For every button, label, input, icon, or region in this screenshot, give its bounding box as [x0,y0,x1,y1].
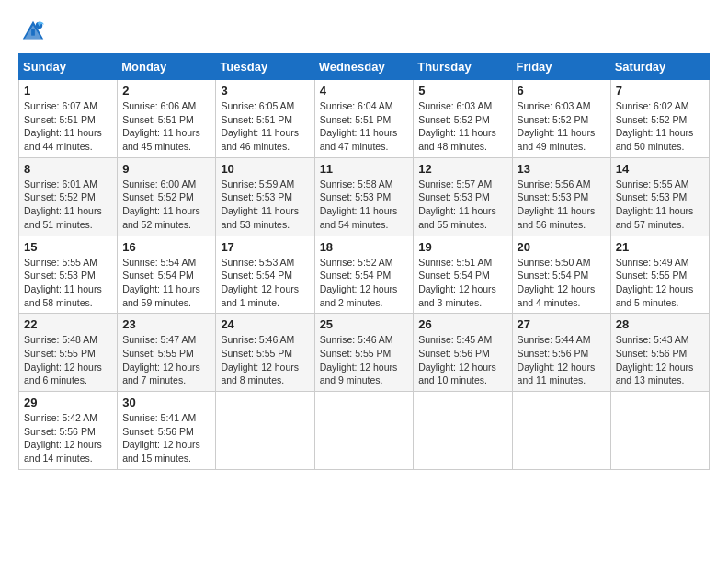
column-header-sunday: Sunday [19,54,118,80]
day-cell: 27Sunrise: 5:44 AM Sunset: 5:56 PM Dayli… [512,314,610,392]
day-number: 16 [122,240,210,254]
day-number: 23 [122,317,210,331]
day-info: Sunrise: 5:44 AM Sunset: 5:56 PM Dayligh… [518,333,606,387]
day-number: 15 [24,240,112,254]
day-info: Sunrise: 6:06 AM Sunset: 5:51 PM Dayligh… [122,99,210,154]
day-info: Sunrise: 5:48 AM Sunset: 5:55 PM Dayligh… [24,333,112,387]
day-info: Sunrise: 5:56 AM Sunset: 5:53 PM Dayligh… [518,178,606,232]
day-info: Sunrise: 5:54 AM Sunset: 5:54 PM Dayligh… [122,256,210,310]
day-info: Sunrise: 5:59 AM Sunset: 5:53 PM Dayligh… [221,178,309,232]
day-cell: 19Sunrise: 5:51 AM Sunset: 5:54 PM Dayli… [414,236,512,314]
day-number: 22 [24,317,112,331]
day-cell: 16Sunrise: 5:54 AM Sunset: 5:54 PM Dayli… [118,236,216,314]
day-number: 24 [221,317,309,331]
day-number: 11 [320,162,409,176]
logo-icon [20,18,46,44]
day-cell: 23Sunrise: 5:47 AM Sunset: 5:55 PM Dayli… [118,314,216,392]
day-info: Sunrise: 5:55 AM Sunset: 5:53 PM Dayligh… [24,256,112,310]
day-number: 21 [616,240,704,254]
day-cell [610,392,709,470]
day-number: 18 [320,240,409,254]
page-header [18,18,710,44]
day-number: 14 [616,162,704,176]
day-info: Sunrise: 5:50 AM Sunset: 5:54 PM Dayligh… [518,256,606,310]
day-cell: 28Sunrise: 5:43 AM Sunset: 5:56 PM Dayli… [610,314,709,392]
day-number: 27 [518,317,606,331]
day-info: Sunrise: 5:52 AM Sunset: 5:54 PM Dayligh… [320,256,409,310]
day-number: 8 [24,162,112,176]
day-cell: 5Sunrise: 6:03 AM Sunset: 5:52 PM Daylig… [414,80,512,158]
day-info: Sunrise: 6:00 AM Sunset: 5:52 PM Dayligh… [122,178,210,232]
day-cell: 17Sunrise: 5:53 AM Sunset: 5:54 PM Dayli… [216,236,314,314]
column-header-tuesday: Tuesday [216,54,314,80]
day-cell [314,392,414,470]
day-number: 30 [122,396,210,409]
column-header-friday: Friday [512,54,610,80]
day-cell: 25Sunrise: 5:46 AM Sunset: 5:55 PM Dayli… [314,314,414,392]
day-cell: 1Sunrise: 6:07 AM Sunset: 5:51 PM Daylig… [19,80,118,158]
day-number: 19 [418,240,506,254]
day-number: 4 [320,84,409,98]
day-info: Sunrise: 6:07 AM Sunset: 5:51 PM Dayligh… [24,99,112,154]
day-info: Sunrise: 5:57 AM Sunset: 5:53 PM Dayligh… [418,178,506,232]
day-cell: 30Sunrise: 5:41 AM Sunset: 5:56 PM Dayli… [118,392,216,470]
day-info: Sunrise: 5:43 AM Sunset: 5:56 PM Dayligh… [616,333,704,387]
week-row-5: 29Sunrise: 5:42 AM Sunset: 5:56 PM Dayli… [19,392,710,470]
day-info: Sunrise: 5:51 AM Sunset: 5:54 PM Dayligh… [418,256,506,310]
day-cell: 29Sunrise: 5:42 AM Sunset: 5:56 PM Dayli… [19,392,118,470]
day-cell: 18Sunrise: 5:52 AM Sunset: 5:54 PM Dayli… [314,236,414,314]
day-cell: 2Sunrise: 6:06 AM Sunset: 5:51 PM Daylig… [118,80,216,158]
day-info: Sunrise: 6:03 AM Sunset: 5:52 PM Dayligh… [518,99,606,154]
day-cell: 12Sunrise: 5:57 AM Sunset: 5:53 PM Dayli… [414,157,512,236]
day-number: 29 [24,396,112,409]
day-number: 9 [122,162,210,176]
week-row-2: 8Sunrise: 6:01 AM Sunset: 5:52 PM Daylig… [19,157,710,236]
day-cell [414,392,512,470]
day-info: Sunrise: 5:53 AM Sunset: 5:54 PM Dayligh… [221,256,309,310]
day-cell: 24Sunrise: 5:46 AM Sunset: 5:55 PM Dayli… [216,314,314,392]
svg-rect-2 [31,29,35,35]
day-number: 10 [221,162,309,176]
column-header-wednesday: Wednesday [314,54,414,80]
day-number: 12 [418,162,506,176]
day-cell: 15Sunrise: 5:55 AM Sunset: 5:53 PM Dayli… [19,236,118,314]
day-cell: 20Sunrise: 5:50 AM Sunset: 5:54 PM Dayli… [512,236,610,314]
day-number: 1 [24,84,112,98]
calendar-body: 1Sunrise: 6:07 AM Sunset: 5:51 PM Daylig… [19,80,710,470]
day-cell: 4Sunrise: 6:04 AM Sunset: 5:51 PM Daylig… [314,80,414,158]
day-info: Sunrise: 6:05 AM Sunset: 5:51 PM Dayligh… [221,99,309,154]
day-cell: 13Sunrise: 5:56 AM Sunset: 5:53 PM Dayli… [512,157,610,236]
day-info: Sunrise: 5:42 AM Sunset: 5:56 PM Dayligh… [24,411,112,465]
day-info: Sunrise: 6:01 AM Sunset: 5:52 PM Dayligh… [24,178,112,232]
day-cell: 26Sunrise: 5:45 AM Sunset: 5:56 PM Dayli… [414,314,512,392]
day-info: Sunrise: 6:04 AM Sunset: 5:51 PM Dayligh… [320,99,409,154]
day-cell: 14Sunrise: 5:55 AM Sunset: 5:53 PM Dayli… [610,157,709,236]
day-cell [216,392,314,470]
day-info: Sunrise: 5:55 AM Sunset: 5:53 PM Dayligh… [616,178,704,232]
calendar-header-row: SundayMondayTuesdayWednesdayThursdayFrid… [19,54,710,80]
day-number: 26 [418,317,506,331]
day-number: 13 [518,162,606,176]
week-row-3: 15Sunrise: 5:55 AM Sunset: 5:53 PM Dayli… [19,236,710,314]
day-info: Sunrise: 5:45 AM Sunset: 5:56 PM Dayligh… [418,333,506,387]
day-number: 7 [616,84,704,98]
day-number: 17 [221,240,309,254]
column-header-monday: Monday [118,54,216,80]
day-cell: 3Sunrise: 6:05 AM Sunset: 5:51 PM Daylig… [216,80,314,158]
day-info: Sunrise: 5:49 AM Sunset: 5:55 PM Dayligh… [616,256,704,310]
logo [18,18,46,44]
day-cell [512,392,610,470]
day-cell: 10Sunrise: 5:59 AM Sunset: 5:53 PM Dayli… [216,157,314,236]
day-cell: 6Sunrise: 6:03 AM Sunset: 5:52 PM Daylig… [512,80,610,158]
week-row-4: 22Sunrise: 5:48 AM Sunset: 5:55 PM Dayli… [19,314,710,392]
day-cell: 9Sunrise: 6:00 AM Sunset: 5:52 PM Daylig… [118,157,216,236]
day-number: 28 [616,317,704,331]
day-info: Sunrise: 5:46 AM Sunset: 5:55 PM Dayligh… [221,333,309,387]
day-info: Sunrise: 6:02 AM Sunset: 5:52 PM Dayligh… [616,99,704,154]
day-cell: 21Sunrise: 5:49 AM Sunset: 5:55 PM Dayli… [610,236,709,314]
day-number: 3 [221,84,309,98]
day-info: Sunrise: 5:46 AM Sunset: 5:55 PM Dayligh… [320,333,409,387]
calendar-table: SundayMondayTuesdayWednesdayThursdayFrid… [18,53,710,470]
day-info: Sunrise: 5:58 AM Sunset: 5:53 PM Dayligh… [320,178,409,232]
day-info: Sunrise: 5:41 AM Sunset: 5:56 PM Dayligh… [122,411,210,465]
